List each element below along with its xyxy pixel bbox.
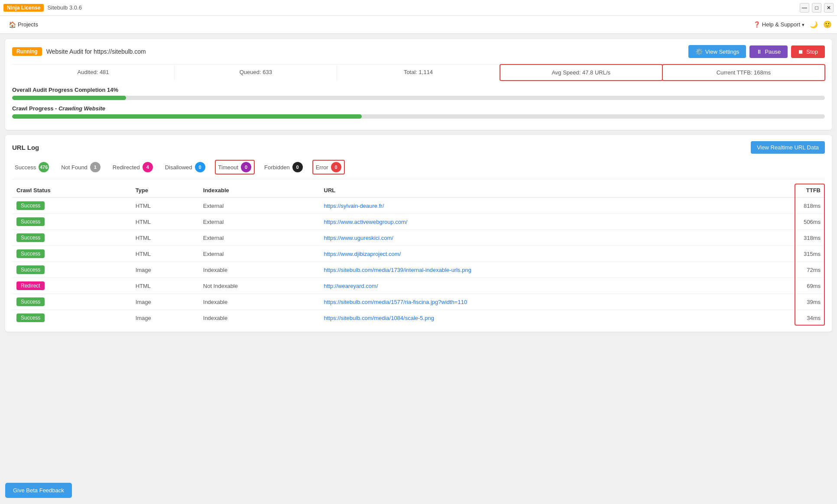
app-title: Sitebulb 3.0.6 <box>47 4 82 11</box>
queued-stat: Queued: 633 <box>175 65 337 81</box>
status-badge: Success <box>16 313 45 322</box>
dark-mode-button[interactable] <box>810 21 818 29</box>
avg-speed-stat: Avg Speed: 47.8 URL/s <box>500 64 663 81</box>
cell-indexable: External <box>199 214 320 230</box>
url-table: Crawl Status Type Indexable URL TTFB Suc… <box>12 184 825 326</box>
status-badge: Redirect <box>16 281 45 290</box>
close-button[interactable]: ✕ <box>824 3 834 13</box>
filter-label-forbidden: Forbidden <box>264 164 290 171</box>
maximize-button[interactable]: □ <box>812 3 821 13</box>
url-link[interactable]: https://sitebulb.com/media/1739/internal… <box>324 267 471 273</box>
view-realtime-button[interactable]: View Realtime URL Data <box>751 141 825 154</box>
col-header-indexable: Indexable <box>199 184 320 197</box>
url-link[interactable]: https://www.djibizaproject.com/ <box>324 251 401 257</box>
current-ttfb-stat: Current TTFB: 168ms <box>662 64 825 81</box>
table-row: Success Image Indexable https://sitebulb… <box>12 310 825 326</box>
home-icon <box>9 21 16 28</box>
cell-ttfb: 318ms <box>754 230 825 246</box>
url-log-header: URL Log View Realtime URL Data <box>12 141 825 154</box>
url-link[interactable]: http://weareyard.com/ <box>324 283 378 289</box>
stop-button[interactable]: Stop <box>791 45 825 58</box>
url-link[interactable]: https://sitebulb.com/media/1084/scale-5.… <box>324 315 434 321</box>
navbar-left: Projects <box>5 19 42 30</box>
filter-tab-success[interactable]: Success 476 <box>12 161 52 174</box>
cell-url: https://www.activewebgroup.com/ <box>320 214 754 230</box>
cell-type: Image <box>131 262 199 278</box>
cell-ttfb: 69ms <box>754 278 825 294</box>
status-badge: Success <box>16 233 45 242</box>
cell-indexable: Indexable <box>199 310 320 326</box>
cell-url: http://weareyard.com/ <box>320 278 754 294</box>
url-link[interactable]: https://sylvain-deaure.fr/ <box>324 203 384 209</box>
chevron-down-icon <box>802 21 805 28</box>
filter-label-disallowed: Disallowed <box>165 164 192 171</box>
cell-url: https://sitebulb.com/media/1577/ria-fisc… <box>320 294 754 310</box>
cell-ttfb: 34ms <box>754 310 825 326</box>
help-support-label: Help & Support <box>762 21 800 28</box>
projects-button[interactable]: Projects <box>5 19 42 30</box>
cell-ttfb: 315ms <box>754 246 825 262</box>
pause-icon <box>756 48 762 55</box>
crawl-progress-bar <box>12 114 825 119</box>
table-row: Success HTML External https://www.active… <box>12 214 825 230</box>
filter-tab-forbidden[interactable]: Forbidden 0 <box>262 161 305 174</box>
cell-type: HTML <box>131 214 199 230</box>
status-badge: Success <box>16 249 45 258</box>
filter-tab-timeout[interactable]: Timeout 0 <box>215 160 255 174</box>
audit-title: Website Audit for https://sitebulb.com <box>46 48 146 55</box>
overall-progress-label: Overall Audit Progress Completion 14% <box>12 87 825 93</box>
crawl-progress-fill <box>12 114 362 119</box>
table-row: Success Image Indexable https://sitebulb… <box>12 294 825 310</box>
cell-ttfb: 39ms <box>754 294 825 310</box>
minimize-button[interactable]: — <box>800 3 809 13</box>
filter-label-error: Error <box>316 164 328 171</box>
view-settings-button[interactable]: View Settings <box>688 45 746 58</box>
view-settings-label: View Settings <box>705 48 740 55</box>
audit-header: Running Website Audit for https://sitebu… <box>12 45 825 58</box>
total-stat: Total: 1,114 <box>337 65 500 81</box>
help-support-button[interactable]: Help & Support <box>753 21 805 28</box>
table-row: Success HTML External https://www.ugures… <box>12 230 825 246</box>
filter-tab-error[interactable]: Error 0 <box>312 160 345 174</box>
crawl-sub-label: Crawling Website <box>58 105 105 112</box>
stop-icon <box>798 48 804 55</box>
cell-type: HTML <box>131 230 199 246</box>
badge-success: 476 <box>39 162 49 172</box>
url-link[interactable]: https://sitebulb.com/media/1577/ria-fisc… <box>324 299 467 305</box>
pause-button[interactable]: Pause <box>749 45 788 58</box>
cell-ttfb: 818ms <box>754 197 825 214</box>
badge-disallowed: 0 <box>195 162 205 172</box>
settings-icon <box>695 48 703 55</box>
question-icon <box>753 21 760 28</box>
filter-tabs: Success 476 Not Found 1 Redirected 4 Dis… <box>12 160 825 179</box>
col-header-crawl-status: Crawl Status <box>12 184 131 197</box>
overall-progress-bar <box>12 96 825 100</box>
pause-label: Pause <box>765 48 781 55</box>
cell-url: https://sitebulb.com/media/1739/internal… <box>320 262 754 278</box>
ninja-license-badge: Ninja License <box>3 4 44 12</box>
window-controls: — □ ✕ <box>800 3 834 13</box>
cell-status: Success <box>12 294 131 310</box>
badge-not-found: 1 <box>90 162 101 172</box>
filter-label-not-found: Not Found <box>61 164 88 171</box>
url-link[interactable]: https://www.ugureskici.com/ <box>324 235 393 241</box>
filter-label-timeout: Timeout <box>218 164 238 171</box>
audit-card: Running Website Audit for https://sitebu… <box>5 39 832 130</box>
cell-type: HTML <box>131 278 199 294</box>
url-log-title: URL Log <box>12 144 39 151</box>
running-badge: Running <box>12 47 42 56</box>
badge-forbidden: 0 <box>292 162 303 172</box>
emoji-button[interactable] <box>823 20 832 29</box>
url-link[interactable]: https://www.activewebgroup.com/ <box>324 219 408 225</box>
cell-status: Success <box>12 262 131 278</box>
table-row: Success Image Indexable https://sitebulb… <box>12 262 825 278</box>
audited-stat: Audited: 481 <box>12 65 175 81</box>
filter-tab-disallowed[interactable]: Disallowed 0 <box>162 161 208 174</box>
filter-label-redirected: Redirected <box>113 164 140 171</box>
filter-tab-redirected[interactable]: Redirected 4 <box>110 161 156 174</box>
status-badge: Success <box>16 297 45 306</box>
crawl-progress-label: Crawl Progress - Crawling Website <box>12 105 825 112</box>
filter-tab-not-found[interactable]: Not Found 1 <box>58 161 103 174</box>
status-badge: Success <box>16 265 45 274</box>
cell-status: Success <box>12 197 131 214</box>
